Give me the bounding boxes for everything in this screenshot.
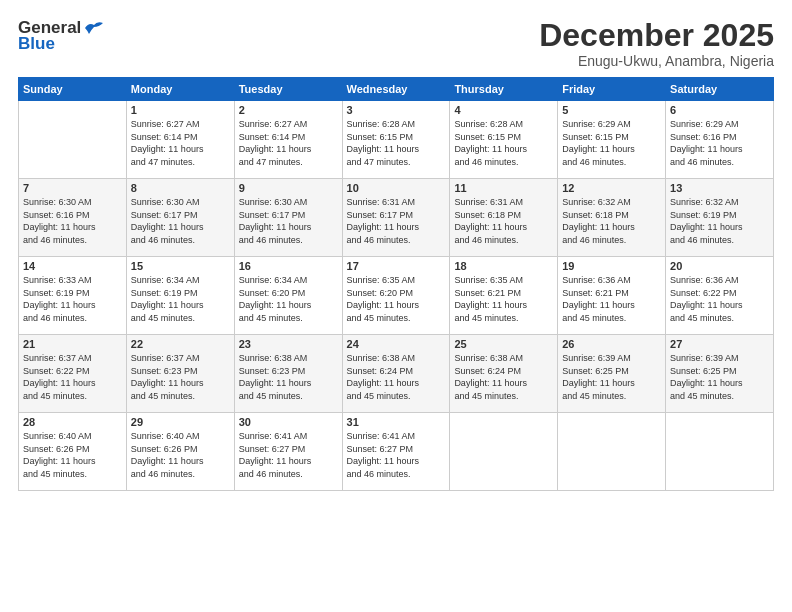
logo-bird-icon xyxy=(83,20,105,36)
day-number: 17 xyxy=(347,260,446,272)
day-number: 11 xyxy=(454,182,553,194)
cell-info: Sunrise: 6:39 AMSunset: 6:25 PMDaylight:… xyxy=(670,352,769,402)
cell-info: Sunrise: 6:34 AMSunset: 6:20 PMDaylight:… xyxy=(239,274,338,324)
col-sunday: Sunday xyxy=(19,78,127,101)
cell-info: Sunrise: 6:40 AMSunset: 6:26 PMDaylight:… xyxy=(23,430,122,480)
page: General Blue December 2025 Enugu-Ukwu, A… xyxy=(0,0,792,612)
cell-info: Sunrise: 6:32 AMSunset: 6:18 PMDaylight:… xyxy=(562,196,661,246)
cell-info: Sunrise: 6:33 AMSunset: 6:19 PMDaylight:… xyxy=(23,274,122,324)
calendar-cell: 12Sunrise: 6:32 AMSunset: 6:18 PMDayligh… xyxy=(558,179,666,257)
calendar-cell: 25Sunrise: 6:38 AMSunset: 6:24 PMDayligh… xyxy=(450,335,558,413)
calendar-cell: 18Sunrise: 6:35 AMSunset: 6:21 PMDayligh… xyxy=(450,257,558,335)
cell-info: Sunrise: 6:38 AMSunset: 6:24 PMDaylight:… xyxy=(454,352,553,402)
cell-info: Sunrise: 6:37 AMSunset: 6:23 PMDaylight:… xyxy=(131,352,230,402)
calendar-cell: 21Sunrise: 6:37 AMSunset: 6:22 PMDayligh… xyxy=(19,335,127,413)
cell-info: Sunrise: 6:35 AMSunset: 6:20 PMDaylight:… xyxy=(347,274,446,324)
col-tuesday: Tuesday xyxy=(234,78,342,101)
calendar-cell: 31Sunrise: 6:41 AMSunset: 6:27 PMDayligh… xyxy=(342,413,450,491)
cell-info: Sunrise: 6:29 AMSunset: 6:15 PMDaylight:… xyxy=(562,118,661,168)
day-number: 25 xyxy=(454,338,553,350)
day-number: 15 xyxy=(131,260,230,272)
day-number: 4 xyxy=(454,104,553,116)
calendar-cell: 19Sunrise: 6:36 AMSunset: 6:21 PMDayligh… xyxy=(558,257,666,335)
header: General Blue December 2025 Enugu-Ukwu, A… xyxy=(18,18,774,69)
calendar-cell: 22Sunrise: 6:37 AMSunset: 6:23 PMDayligh… xyxy=(126,335,234,413)
cell-info: Sunrise: 6:38 AMSunset: 6:24 PMDaylight:… xyxy=(347,352,446,402)
calendar-cell: 7Sunrise: 6:30 AMSunset: 6:16 PMDaylight… xyxy=(19,179,127,257)
cell-info: Sunrise: 6:41 AMSunset: 6:27 PMDaylight:… xyxy=(239,430,338,480)
calendar-title: December 2025 xyxy=(539,18,774,53)
cell-info: Sunrise: 6:28 AMSunset: 6:15 PMDaylight:… xyxy=(454,118,553,168)
day-number: 20 xyxy=(670,260,769,272)
logo-blue-text: Blue xyxy=(18,34,55,54)
day-number: 21 xyxy=(23,338,122,350)
cell-info: Sunrise: 6:38 AMSunset: 6:23 PMDaylight:… xyxy=(239,352,338,402)
day-number: 29 xyxy=(131,416,230,428)
title-block: December 2025 Enugu-Ukwu, Anambra, Niger… xyxy=(539,18,774,69)
cell-info: Sunrise: 6:32 AMSunset: 6:19 PMDaylight:… xyxy=(670,196,769,246)
day-number: 10 xyxy=(347,182,446,194)
week-row-3: 14Sunrise: 6:33 AMSunset: 6:19 PMDayligh… xyxy=(19,257,774,335)
cell-info: Sunrise: 6:30 AMSunset: 6:17 PMDaylight:… xyxy=(239,196,338,246)
calendar-cell: 2Sunrise: 6:27 AMSunset: 6:14 PMDaylight… xyxy=(234,101,342,179)
cell-info: Sunrise: 6:35 AMSunset: 6:21 PMDaylight:… xyxy=(454,274,553,324)
col-saturday: Saturday xyxy=(666,78,774,101)
cell-info: Sunrise: 6:41 AMSunset: 6:27 PMDaylight:… xyxy=(347,430,446,480)
cell-info: Sunrise: 6:39 AMSunset: 6:25 PMDaylight:… xyxy=(562,352,661,402)
calendar-cell: 23Sunrise: 6:38 AMSunset: 6:23 PMDayligh… xyxy=(234,335,342,413)
calendar-cell: 9Sunrise: 6:30 AMSunset: 6:17 PMDaylight… xyxy=(234,179,342,257)
calendar-cell: 6Sunrise: 6:29 AMSunset: 6:16 PMDaylight… xyxy=(666,101,774,179)
calendar-cell: 30Sunrise: 6:41 AMSunset: 6:27 PMDayligh… xyxy=(234,413,342,491)
day-number: 22 xyxy=(131,338,230,350)
calendar-cell: 5Sunrise: 6:29 AMSunset: 6:15 PMDaylight… xyxy=(558,101,666,179)
calendar-cell: 28Sunrise: 6:40 AMSunset: 6:26 PMDayligh… xyxy=(19,413,127,491)
day-number: 9 xyxy=(239,182,338,194)
cell-info: Sunrise: 6:30 AMSunset: 6:16 PMDaylight:… xyxy=(23,196,122,246)
day-number: 23 xyxy=(239,338,338,350)
day-number: 7 xyxy=(23,182,122,194)
calendar-cell: 10Sunrise: 6:31 AMSunset: 6:17 PMDayligh… xyxy=(342,179,450,257)
cell-info: Sunrise: 6:31 AMSunset: 6:17 PMDaylight:… xyxy=(347,196,446,246)
calendar-cell: 17Sunrise: 6:35 AMSunset: 6:20 PMDayligh… xyxy=(342,257,450,335)
col-monday: Monday xyxy=(126,78,234,101)
calendar-cell xyxy=(450,413,558,491)
cell-info: Sunrise: 6:37 AMSunset: 6:22 PMDaylight:… xyxy=(23,352,122,402)
calendar-cell: 27Sunrise: 6:39 AMSunset: 6:25 PMDayligh… xyxy=(666,335,774,413)
cell-info: Sunrise: 6:31 AMSunset: 6:18 PMDaylight:… xyxy=(454,196,553,246)
calendar-cell: 4Sunrise: 6:28 AMSunset: 6:15 PMDaylight… xyxy=(450,101,558,179)
calendar-subtitle: Enugu-Ukwu, Anambra, Nigeria xyxy=(539,53,774,69)
day-number: 18 xyxy=(454,260,553,272)
day-number: 1 xyxy=(131,104,230,116)
day-number: 14 xyxy=(23,260,122,272)
day-number: 8 xyxy=(131,182,230,194)
calendar-cell: 29Sunrise: 6:40 AMSunset: 6:26 PMDayligh… xyxy=(126,413,234,491)
calendar-cell: 8Sunrise: 6:30 AMSunset: 6:17 PMDaylight… xyxy=(126,179,234,257)
day-number: 19 xyxy=(562,260,661,272)
col-thursday: Thursday xyxy=(450,78,558,101)
cell-info: Sunrise: 6:40 AMSunset: 6:26 PMDaylight:… xyxy=(131,430,230,480)
day-number: 5 xyxy=(562,104,661,116)
calendar-cell: 15Sunrise: 6:34 AMSunset: 6:19 PMDayligh… xyxy=(126,257,234,335)
cell-info: Sunrise: 6:36 AMSunset: 6:21 PMDaylight:… xyxy=(562,274,661,324)
calendar-cell xyxy=(558,413,666,491)
day-number: 12 xyxy=(562,182,661,194)
week-row-2: 7Sunrise: 6:30 AMSunset: 6:16 PMDaylight… xyxy=(19,179,774,257)
day-number: 30 xyxy=(239,416,338,428)
calendar-cell xyxy=(19,101,127,179)
day-number: 6 xyxy=(670,104,769,116)
cell-info: Sunrise: 6:27 AMSunset: 6:14 PMDaylight:… xyxy=(239,118,338,168)
calendar-table: Sunday Monday Tuesday Wednesday Thursday… xyxy=(18,77,774,491)
week-row-4: 21Sunrise: 6:37 AMSunset: 6:22 PMDayligh… xyxy=(19,335,774,413)
day-number: 2 xyxy=(239,104,338,116)
week-row-5: 28Sunrise: 6:40 AMSunset: 6:26 PMDayligh… xyxy=(19,413,774,491)
calendar-cell: 3Sunrise: 6:28 AMSunset: 6:15 PMDaylight… xyxy=(342,101,450,179)
calendar-cell: 1Sunrise: 6:27 AMSunset: 6:14 PMDaylight… xyxy=(126,101,234,179)
day-number: 27 xyxy=(670,338,769,350)
logo: General Blue xyxy=(18,18,105,54)
calendar-cell: 14Sunrise: 6:33 AMSunset: 6:19 PMDayligh… xyxy=(19,257,127,335)
calendar-cell: 11Sunrise: 6:31 AMSunset: 6:18 PMDayligh… xyxy=(450,179,558,257)
calendar-cell: 20Sunrise: 6:36 AMSunset: 6:22 PMDayligh… xyxy=(666,257,774,335)
day-number: 28 xyxy=(23,416,122,428)
header-row: Sunday Monday Tuesday Wednesday Thursday… xyxy=(19,78,774,101)
day-number: 31 xyxy=(347,416,446,428)
